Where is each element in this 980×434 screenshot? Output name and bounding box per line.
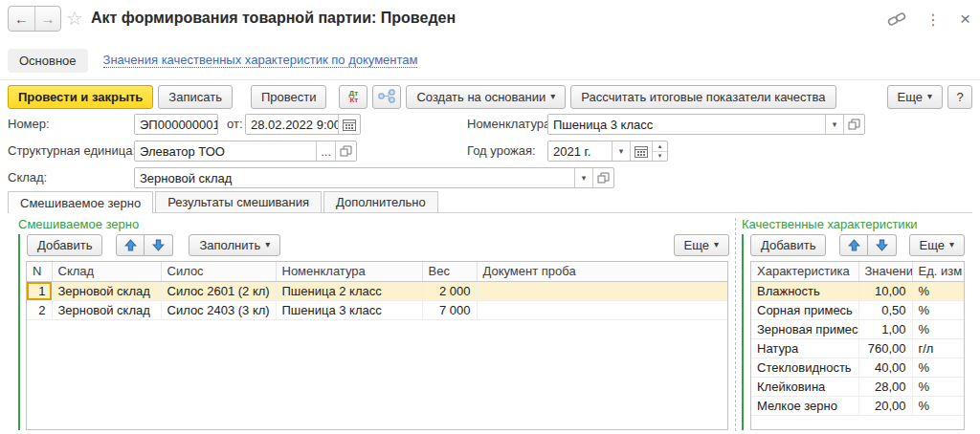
table-row[interactable]: Клейковина 28,00 % — [751, 377, 964, 396]
calendar-button[interactable] — [338, 115, 360, 134]
choose-button[interactable]: ... — [316, 141, 335, 161]
cell-n[interactable]: 1 — [27, 281, 52, 300]
cell-unit[interactable]: % — [912, 377, 964, 396]
cell-characteristic[interactable]: Клейковина — [751, 377, 858, 396]
cell-characteristic[interactable]: Стекловидность — [751, 358, 858, 377]
add-row-button[interactable]: Добавить — [750, 234, 826, 256]
cell-characteristic[interactable]: Мелкое зерно — [751, 396, 858, 415]
more-menu-button[interactable]: ⋮ — [925, 10, 941, 29]
table-row[interactable]: Натура 760,00 г/л — [751, 338, 964, 358]
cell-unit[interactable]: % — [912, 396, 964, 415]
column-header-n[interactable]: N — [27, 262, 52, 281]
post-button[interactable]: Провести — [251, 85, 327, 109]
column-header-weight[interactable]: Вес — [422, 262, 477, 281]
number-field[interactable]: ЭП000000001 — [134, 114, 218, 135]
right-grid-more-button[interactable]: Еще▾ — [909, 234, 965, 256]
column-header-warehouse[interactable]: Склад — [52, 262, 161, 281]
table-row[interactable]: Мелкое зерно 20,00 % — [751, 396, 964, 415]
document-structure-button[interactable] — [372, 85, 401, 109]
favorite-star-icon[interactable]: ☆ — [66, 8, 83, 29]
cell-n[interactable]: 2 — [27, 300, 52, 319]
open-button[interactable] — [843, 115, 864, 134]
spin-down-button[interactable]: ▾ — [653, 151, 667, 162]
back-button[interactable]: ← — [9, 7, 34, 31]
close-button[interactable]: × — [960, 10, 970, 29]
cell-weight[interactable]: 2 000 — [422, 281, 477, 300]
cell-nomenclature[interactable]: Пшеница 2 класс — [276, 281, 422, 300]
get-link-button[interactable] — [887, 10, 906, 29]
open-button[interactable] — [592, 168, 613, 187]
harvest-year-field[interactable]: 2021 г. ▾ ▴ ▾ — [547, 141, 668, 162]
cell-unit[interactable]: % — [912, 281, 964, 300]
column-header-nomenclature[interactable]: Номенклатура — [276, 262, 422, 281]
help-button[interactable]: ? — [947, 85, 972, 109]
warehouse-value[interactable]: Зерновой склад — [135, 168, 574, 187]
table-row[interactable]: 2 Зерновой склад Силос 2403 (3 кл) Пшени… — [27, 300, 727, 319]
column-header-value[interactable]: Значение — [858, 262, 912, 281]
tab-mixing-results[interactable]: Результаты смешивания — [155, 191, 322, 212]
harvest-year-value[interactable]: 2021 г. — [548, 141, 612, 161]
nav-tab-main[interactable]: Основное — [8, 49, 88, 73]
cell-characteristic[interactable]: Влажность — [751, 281, 858, 300]
cell-sample-doc[interactable] — [477, 281, 727, 300]
cell-characteristic[interactable]: Сорная примесь — [751, 300, 858, 319]
cell-sample-doc[interactable] — [477, 300, 727, 319]
move-up-button[interactable] — [839, 234, 868, 256]
open-button[interactable] — [335, 141, 356, 161]
cell-weight[interactable]: 7 000 — [422, 300, 477, 319]
dropdown-button[interactable]: ▾ — [612, 141, 630, 161]
calc-quality-button[interactable]: Рассчитать итоговые показатели качества — [570, 85, 835, 109]
table-row[interactable]: Зерновая примесь 1,00 % — [751, 319, 964, 338]
warehouse-field[interactable]: Зерновой склад ▾ — [134, 167, 614, 188]
show-postings-button[interactable]: ДтКт — [339, 85, 368, 109]
cell-value[interactable]: 0,50 — [858, 300, 912, 319]
cell-value[interactable]: 760,00 — [858, 338, 912, 358]
column-header-sample-doc[interactable]: Документ проба — [477, 262, 727, 281]
table-row[interactable]: 1 Зерновой склад Силос 2601 (2 кл) Пшени… — [27, 281, 727, 300]
add-row-button[interactable]: Добавить — [27, 234, 102, 256]
cell-unit[interactable]: % — [912, 319, 964, 338]
move-down-button[interactable] — [868, 234, 897, 256]
column-header-characteristic[interactable]: Характеристика — [751, 262, 858, 281]
date-field[interactable]: 28.02.2022 9:00:00 — [245, 114, 361, 135]
create-based-on-button[interactable]: Создать на основании▾ — [406, 85, 566, 109]
cell-silo[interactable]: Силос 2403 (3 кл) — [161, 300, 276, 319]
post-and-close-button[interactable]: Провести и закрыть — [8, 85, 153, 109]
cell-nomenclature[interactable]: Пшеница 3 класс — [276, 300, 422, 319]
column-header-unit[interactable]: Ед. изм — [912, 262, 964, 281]
date-value[interactable]: 28.02.2022 9:00:00 — [246, 115, 338, 134]
cell-characteristic[interactable]: Зерновая примесь — [751, 319, 858, 338]
more-button[interactable]: Еще▾ — [887, 85, 943, 109]
table-row[interactable]: Стекловидность 40,00 % — [751, 358, 964, 377]
dropdown-button[interactable]: ▾ — [574, 168, 592, 187]
nav-link-quality-values[interactable]: Значения качественных характеристик по д… — [103, 53, 418, 68]
cell-value[interactable]: 20,00 — [858, 396, 912, 415]
dropdown-button[interactable]: ▾ — [825, 115, 843, 134]
tab-mixed-grain[interactable]: Смешиваемое зерно — [8, 191, 153, 213]
cell-value[interactable]: 10,00 — [858, 281, 912, 300]
cell-warehouse[interactable]: Зерновой склад — [52, 281, 161, 300]
nomenclature-value[interactable]: Пшеница 3 класс — [548, 115, 825, 134]
cell-value[interactable]: 1,00 — [858, 319, 912, 338]
table-row[interactable]: Сорная примесь 0,50 % — [751, 300, 964, 319]
column-header-silo[interactable]: Силос — [161, 262, 276, 281]
write-button[interactable]: Записать — [158, 85, 233, 109]
move-down-button[interactable] — [145, 234, 173, 256]
forward-button[interactable]: → — [34, 7, 60, 31]
number-value[interactable]: ЭП000000001 — [135, 115, 217, 134]
panel-splitter[interactable] — [735, 218, 736, 431]
cell-silo[interactable]: Силос 2601 (2 кл) — [161, 281, 276, 300]
structural-unit-value[interactable]: Элеватор ТОО — [135, 141, 316, 161]
cell-unit[interactable]: % — [912, 300, 964, 319]
cell-value[interactable]: 40,00 — [858, 358, 912, 377]
structural-unit-field[interactable]: Элеватор ТОО ... — [134, 141, 357, 162]
move-up-button[interactable] — [116, 234, 145, 256]
cell-value[interactable]: 28,00 — [858, 377, 912, 396]
fill-button[interactable]: Заполнить▾ — [189, 234, 280, 256]
cell-characteristic[interactable]: Натура — [751, 338, 858, 358]
cell-unit[interactable]: г/л — [912, 338, 964, 358]
table-row[interactable]: Влажность 10,00 % — [751, 281, 964, 300]
calendar-button[interactable] — [630, 141, 652, 161]
cell-unit[interactable]: % — [912, 358, 964, 377]
cell-warehouse[interactable]: Зерновой склад — [52, 300, 161, 319]
